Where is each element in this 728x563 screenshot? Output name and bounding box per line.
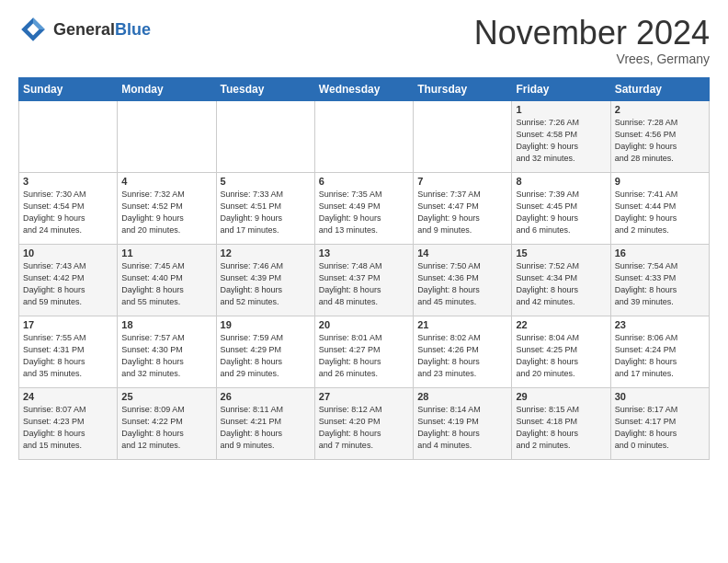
day-info: Sunrise: 8:12 AM Sunset: 4:20 PM Dayligh… <box>319 404 409 452</box>
day-info: Sunrise: 7:48 AM Sunset: 4:37 PM Dayligh… <box>319 260 409 308</box>
day-cell <box>19 100 118 172</box>
day-info: Sunrise: 8:04 AM Sunset: 4:25 PM Dayligh… <box>516 332 606 380</box>
day-cell: 25Sunrise: 8:09 AM Sunset: 4:22 PM Dayli… <box>118 387 216 459</box>
day-info: Sunrise: 7:52 AM Sunset: 4:34 PM Dayligh… <box>516 260 606 308</box>
day-cell: 5Sunrise: 7:33 AM Sunset: 4:51 PM Daylig… <box>216 172 314 244</box>
day-number: 25 <box>121 391 211 402</box>
calendar-table: SundayMondayTuesdayWednesdayThursdayFrid… <box>18 77 710 460</box>
day-info: Sunrise: 7:39 AM Sunset: 4:45 PM Dayligh… <box>516 189 606 236</box>
day-number: 21 <box>417 319 507 330</box>
day-number: 16 <box>615 247 705 259</box>
day-number: 20 <box>319 319 409 330</box>
day-info: Sunrise: 7:54 AM Sunset: 4:33 PM Dayligh… <box>615 260 705 308</box>
day-cell: 20Sunrise: 8:01 AM Sunset: 4:27 PM Dayli… <box>314 316 413 387</box>
day-info: Sunrise: 7:45 AM Sunset: 4:40 PM Dayligh… <box>121 260 211 308</box>
day-number: 12 <box>221 247 311 259</box>
day-number: 6 <box>319 176 409 187</box>
calendar-header: SundayMondayTuesdayWednesdayThursdayFrid… <box>19 77 710 100</box>
day-cell <box>314 100 413 172</box>
day-cell: 2Sunrise: 7:28 AM Sunset: 4:56 PM Daylig… <box>610 100 709 172</box>
day-number: 14 <box>417 247 507 259</box>
day-number: 10 <box>23 247 113 259</box>
weekday-header-wednesday: Wednesday <box>314 77 413 100</box>
day-number: 28 <box>417 391 507 402</box>
day-number: 4 <box>121 176 211 187</box>
calendar-body: 1Sunrise: 7:26 AM Sunset: 4:58 PM Daylig… <box>19 100 710 459</box>
day-cell: 29Sunrise: 8:15 AM Sunset: 4:18 PM Dayli… <box>512 387 610 459</box>
day-info: Sunrise: 8:07 AM Sunset: 4:23 PM Dayligh… <box>23 404 113 452</box>
day-info: Sunrise: 7:55 AM Sunset: 4:31 PM Dayligh… <box>23 332 113 380</box>
day-info: Sunrise: 8:15 AM Sunset: 4:18 PM Dayligh… <box>516 404 606 452</box>
day-info: Sunrise: 8:06 AM Sunset: 4:24 PM Dayligh… <box>615 332 705 380</box>
weekday-header-monday: Monday <box>118 77 216 100</box>
week-row-5: 24Sunrise: 8:07 AM Sunset: 4:23 PM Dayli… <box>19 387 710 459</box>
day-cell: 1Sunrise: 7:26 AM Sunset: 4:58 PM Daylig… <box>512 100 610 172</box>
day-info: Sunrise: 7:26 AM Sunset: 4:58 PM Dayligh… <box>516 117 606 165</box>
day-info: Sunrise: 7:43 AM Sunset: 4:42 PM Dayligh… <box>23 260 113 308</box>
day-cell: 26Sunrise: 8:11 AM Sunset: 4:21 PM Dayli… <box>216 387 314 459</box>
day-cell: 12Sunrise: 7:46 AM Sunset: 4:39 PM Dayli… <box>216 244 314 316</box>
day-cell: 17Sunrise: 7:55 AM Sunset: 4:31 PM Dayli… <box>19 316 118 387</box>
day-info: Sunrise: 7:33 AM Sunset: 4:51 PM Dayligh… <box>221 189 311 236</box>
weekday-header-thursday: Thursday <box>414 77 512 100</box>
day-number: 17 <box>23 319 113 330</box>
day-number: 3 <box>23 176 113 187</box>
week-row-4: 17Sunrise: 7:55 AM Sunset: 4:31 PM Dayli… <box>19 316 710 387</box>
day-info: Sunrise: 7:46 AM Sunset: 4:39 PM Dayligh… <box>221 260 311 308</box>
day-cell: 7Sunrise: 7:37 AM Sunset: 4:47 PM Daylig… <box>414 172 512 244</box>
day-info: Sunrise: 8:02 AM Sunset: 4:26 PM Dayligh… <box>417 332 507 380</box>
logo-general: General <box>53 20 115 39</box>
day-cell: 13Sunrise: 7:48 AM Sunset: 4:37 PM Dayli… <box>314 244 413 316</box>
day-cell: 21Sunrise: 8:02 AM Sunset: 4:26 PM Dayli… <box>414 316 512 387</box>
day-number: 9 <box>615 176 705 187</box>
day-cell: 3Sunrise: 7:30 AM Sunset: 4:54 PM Daylig… <box>19 172 118 244</box>
day-number: 23 <box>615 319 705 330</box>
day-info: Sunrise: 7:28 AM Sunset: 4:56 PM Dayligh… <box>615 117 705 165</box>
logo-icon <box>18 15 48 44</box>
day-info: Sunrise: 7:30 AM Sunset: 4:54 PM Dayligh… <box>23 189 113 236</box>
weekday-header-friday: Friday <box>512 77 610 100</box>
day-cell: 16Sunrise: 7:54 AM Sunset: 4:33 PM Dayli… <box>610 244 709 316</box>
day-cell: 27Sunrise: 8:12 AM Sunset: 4:20 PM Dayli… <box>314 387 413 459</box>
day-cell: 30Sunrise: 8:17 AM Sunset: 4:17 PM Dayli… <box>610 387 709 459</box>
day-cell: 4Sunrise: 7:32 AM Sunset: 4:52 PM Daylig… <box>118 172 216 244</box>
day-number: 27 <box>319 391 409 402</box>
day-number: 15 <box>516 247 606 259</box>
page: GeneralBlue November 2024 Vrees, Germany… <box>0 0 728 469</box>
logo-text: GeneralBlue <box>53 21 151 39</box>
day-cell: 24Sunrise: 8:07 AM Sunset: 4:23 PM Dayli… <box>19 387 118 459</box>
day-number: 30 <box>615 391 705 402</box>
day-number: 26 <box>221 391 311 402</box>
day-info: Sunrise: 7:57 AM Sunset: 4:30 PM Dayligh… <box>121 332 211 380</box>
day-cell <box>216 100 314 172</box>
day-number: 5 <box>221 176 311 187</box>
day-cell: 8Sunrise: 7:39 AM Sunset: 4:45 PM Daylig… <box>512 172 610 244</box>
day-cell: 11Sunrise: 7:45 AM Sunset: 4:40 PM Dayli… <box>118 244 216 316</box>
day-number: 19 <box>221 319 311 330</box>
day-cell: 23Sunrise: 8:06 AM Sunset: 4:24 PM Dayli… <box>610 316 709 387</box>
weekday-header-tuesday: Tuesday <box>216 77 314 100</box>
day-number: 22 <box>516 319 606 330</box>
day-info: Sunrise: 7:59 AM Sunset: 4:29 PM Dayligh… <box>221 332 311 380</box>
location: Vrees, Germany <box>474 52 710 66</box>
day-cell: 9Sunrise: 7:41 AM Sunset: 4:44 PM Daylig… <box>610 172 709 244</box>
day-cell <box>118 100 216 172</box>
day-info: Sunrise: 7:50 AM Sunset: 4:36 PM Dayligh… <box>417 260 507 308</box>
day-cell <box>414 100 512 172</box>
day-number: 8 <box>516 176 606 187</box>
day-info: Sunrise: 8:17 AM Sunset: 4:17 PM Dayligh… <box>615 404 705 452</box>
day-cell: 15Sunrise: 7:52 AM Sunset: 4:34 PM Dayli… <box>512 244 610 316</box>
header: GeneralBlue November 2024 Vrees, Germany <box>18 15 710 66</box>
day-cell: 28Sunrise: 8:14 AM Sunset: 4:19 PM Dayli… <box>414 387 512 459</box>
day-number: 18 <box>121 319 211 330</box>
day-cell: 10Sunrise: 7:43 AM Sunset: 4:42 PM Dayli… <box>19 244 118 316</box>
weekday-header-sunday: Sunday <box>19 77 118 100</box>
logo: GeneralBlue <box>18 15 151 44</box>
week-row-2: 3Sunrise: 7:30 AM Sunset: 4:54 PM Daylig… <box>19 172 710 244</box>
day-cell: 14Sunrise: 7:50 AM Sunset: 4:36 PM Dayli… <box>414 244 512 316</box>
day-number: 24 <box>23 391 113 402</box>
day-number: 7 <box>417 176 507 187</box>
weekday-header-saturday: Saturday <box>610 77 709 100</box>
day-number: 29 <box>516 391 606 402</box>
day-info: Sunrise: 8:14 AM Sunset: 4:19 PM Dayligh… <box>417 404 507 452</box>
